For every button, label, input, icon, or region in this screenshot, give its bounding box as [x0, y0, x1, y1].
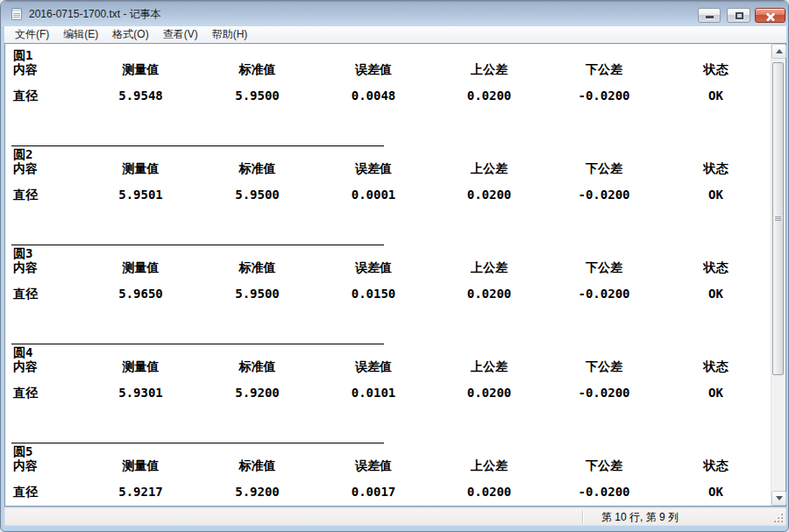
column-header: 状态: [661, 458, 771, 472]
title-bar[interactable]: 2016-0715-1700.txt - 记事本: [1, 1, 788, 26]
block-title: 圆2: [5, 148, 771, 161]
menu-item-file[interactable]: 文件(F): [8, 26, 56, 43]
header-row: 内容测量值标准值误差值上公差下公差状态: [5, 458, 771, 472]
measurement-block: 圆2 内容测量值标准值误差值上公差下公差状态 直径5.95015.95000.0…: [5, 148, 771, 247]
value-cell: 5.9301: [82, 386, 199, 400]
text-area[interactable]: 圆1 内容测量值标准值误差值上公差下公差状态 直径5.95485.95000.0…: [4, 43, 786, 507]
scrollbar-up-button[interactable]: [771, 44, 786, 59]
column-header: 标准值: [199, 161, 316, 175]
menu-item-view[interactable]: 查看(V): [156, 26, 205, 43]
column-header: 标准值: [199, 62, 316, 76]
value-cell: 0.0200: [431, 287, 547, 301]
value-cell: -0.0200: [547, 485, 661, 499]
column-header: 上公差: [431, 359, 547, 373]
block-title: 圆3: [5, 247, 771, 260]
block-separator-line: [11, 443, 384, 443]
close-icon: [765, 11, 776, 21]
notepad-icon-line: [13, 13, 20, 14]
notepad-icon[interactable]: [10, 7, 24, 21]
column-header: 上公差: [431, 260, 547, 274]
block-title: 圆1: [5, 49, 771, 62]
column-header: 状态: [661, 260, 771, 274]
column-header: 测量值: [82, 161, 199, 175]
status-bar-divider: [582, 510, 583, 523]
value-cell: OK: [661, 386, 771, 400]
column-header: 误差值: [316, 260, 431, 274]
block-title: 圆4: [5, 346, 771, 359]
column-header: 误差值: [316, 458, 431, 472]
measurement-block: 圆4 内容测量值标准值误差值上公差下公差状态 直径5.93015.92000.0…: [5, 346, 771, 445]
column-header: 上公差: [431, 62, 547, 76]
row-label-header: 内容: [5, 260, 82, 274]
block-title: 圆5: [5, 445, 771, 458]
document-content: 圆1 内容测量值标准值误差值上公差下公差状态 直径5.95485.95000.0…: [5, 44, 771, 506]
value-cell: 0.0001: [316, 188, 431, 202]
minimize-icon: [706, 16, 714, 18]
close-button[interactable]: [755, 8, 785, 23]
scrollbar-down-button[interactable]: [771, 491, 786, 506]
restore-icon: [736, 12, 743, 19]
column-header: 状态: [661, 62, 771, 76]
value-cell: OK: [661, 89, 771, 103]
notepad-icon-page: [11, 8, 22, 20]
caption-buttons: [698, 8, 785, 23]
column-header: 状态: [661, 359, 771, 373]
triangle-down-icon: [776, 496, 783, 500]
column-header: 标准值: [199, 260, 316, 274]
block-separator-line: [11, 145, 384, 146]
value-row: 直径5.95485.95000.00480.0200-0.0200OK: [5, 89, 771, 103]
value-cell: 0.0048: [316, 89, 431, 103]
column-header: 上公差: [431, 458, 547, 472]
value-cell: 0.0101: [316, 386, 431, 400]
row-label-header: 内容: [5, 359, 82, 373]
maximize-button[interactable]: [727, 8, 750, 23]
column-header: 标准值: [199, 458, 316, 472]
value-cell: 5.9501: [82, 188, 199, 202]
notepad-window: 2016-0715-1700.txt - 记事本 文件(F) 编辑(E) 格式(…: [0, 0, 789, 532]
measurement-block: 圆3 内容测量值标准值误差值上公差下公差状态 直径5.96505.95000.0…: [5, 247, 771, 346]
value-cell: 5.9500: [199, 287, 316, 301]
column-header: 测量值: [82, 62, 199, 76]
value-row: 直径5.95015.95000.00010.0200-0.0200OK: [5, 188, 771, 202]
menu-bar: 文件(F) 编辑(E) 格式(O) 查看(V) 帮助(H): [4, 26, 786, 43]
value-cell: 0.0200: [431, 89, 547, 103]
value-cell: 0.0017: [316, 485, 431, 499]
resize-grip-icon[interactable]: [772, 512, 783, 522]
column-header: 下公差: [547, 458, 661, 472]
row-label: 直径: [5, 485, 82, 499]
value-cell: -0.0200: [547, 287, 661, 301]
measurement-block: 圆5 内容测量值标准值误差值上公差下公差状态 直径5.92175.92000.0…: [5, 445, 771, 506]
row-label: 直径: [5, 386, 82, 400]
menu-item-help[interactable]: 帮助(H): [205, 26, 255, 43]
value-cell: OK: [661, 188, 771, 202]
row-label-header: 内容: [5, 161, 82, 175]
column-header: 上公差: [431, 161, 547, 175]
column-header: 测量值: [82, 260, 199, 274]
menu-item-edit[interactable]: 编辑(E): [56, 26, 105, 43]
column-header: 误差值: [316, 62, 431, 76]
header-row: 内容测量值标准值误差值上公差下公差状态: [5, 161, 771, 175]
measurement-block: 圆1 内容测量值标准值误差值上公差下公差状态 直径5.95485.95000.0…: [5, 49, 771, 148]
value-cell: 0.0200: [431, 485, 547, 499]
value-cell: 5.9500: [199, 188, 316, 202]
value-cell: 0.0200: [431, 386, 547, 400]
block-separator-line: [11, 344, 384, 344]
value-cell: 5.9500: [199, 89, 316, 103]
value-row: 直径5.93015.92000.01010.0200-0.0200OK: [5, 386, 771, 400]
scrollbar-thumb[interactable]: [772, 62, 784, 375]
value-row: 直径5.92175.92000.00170.0200-0.0200OK: [5, 485, 771, 499]
vertical-scrollbar[interactable]: [771, 44, 785, 506]
row-label-header: 内容: [5, 458, 82, 472]
menu-item-format[interactable]: 格式(O): [105, 26, 155, 43]
block-separator-line: [11, 245, 384, 245]
header-row: 内容测量值标准值误差值上公差下公差状态: [5, 260, 771, 274]
value-cell: -0.0200: [547, 89, 661, 103]
column-header: 误差值: [316, 161, 431, 175]
status-bar: 第 10 行, 第 9 列: [4, 507, 786, 526]
minimize-button[interactable]: [698, 8, 721, 23]
value-cell: 5.9548: [82, 89, 199, 103]
row-label: 直径: [5, 89, 82, 103]
column-header: 测量值: [82, 458, 199, 472]
notepad-icon-line: [13, 17, 20, 18]
value-cell: OK: [661, 287, 771, 301]
